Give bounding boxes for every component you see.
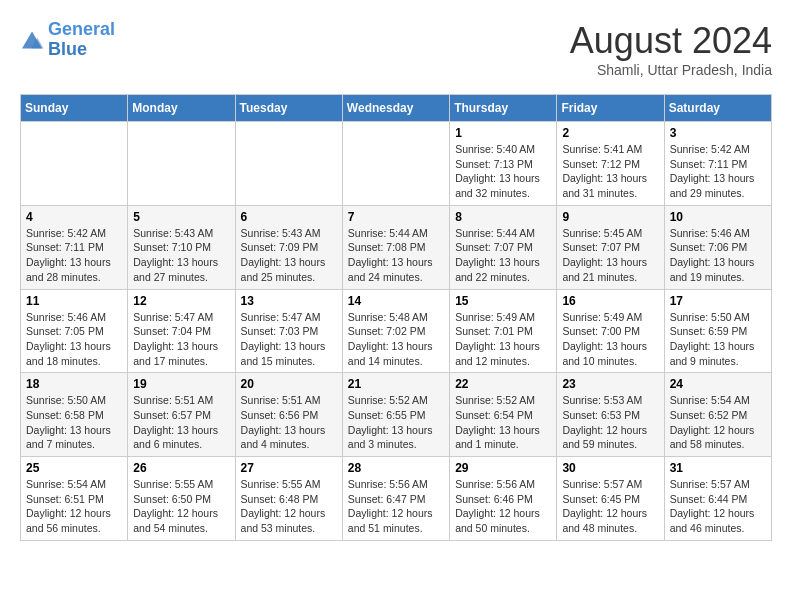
day-number: 4 — [26, 210, 122, 224]
weekday-header-row: SundayMondayTuesdayWednesdayThursdayFrid… — [21, 95, 772, 122]
calendar-cell: 28Sunrise: 5:56 AM Sunset: 6:47 PM Dayli… — [342, 457, 449, 541]
day-number: 7 — [348, 210, 444, 224]
day-info: Sunrise: 5:51 AM Sunset: 6:57 PM Dayligh… — [133, 393, 229, 452]
day-info: Sunrise: 5:56 AM Sunset: 6:47 PM Dayligh… — [348, 477, 444, 536]
day-number: 3 — [670, 126, 766, 140]
calendar-cell: 5Sunrise: 5:43 AM Sunset: 7:10 PM Daylig… — [128, 205, 235, 289]
calendar-cell: 29Sunrise: 5:56 AM Sunset: 6:46 PM Dayli… — [450, 457, 557, 541]
day-number: 27 — [241, 461, 337, 475]
day-number: 2 — [562, 126, 658, 140]
weekday-header-wednesday: Wednesday — [342, 95, 449, 122]
day-info: Sunrise: 5:53 AM Sunset: 6:53 PM Dayligh… — [562, 393, 658, 452]
calendar-body: 1Sunrise: 5:40 AM Sunset: 7:13 PM Daylig… — [21, 122, 772, 541]
calendar-cell: 7Sunrise: 5:44 AM Sunset: 7:08 PM Daylig… — [342, 205, 449, 289]
day-number: 19 — [133, 377, 229, 391]
day-number: 20 — [241, 377, 337, 391]
page-header: General Blue August 2024 Shamli, Uttar P… — [20, 20, 772, 78]
day-info: Sunrise: 5:42 AM Sunset: 7:11 PM Dayligh… — [670, 142, 766, 201]
calendar-cell: 20Sunrise: 5:51 AM Sunset: 6:56 PM Dayli… — [235, 373, 342, 457]
logo-line2: Blue — [48, 39, 87, 59]
day-info: Sunrise: 5:52 AM Sunset: 6:54 PM Dayligh… — [455, 393, 551, 452]
calendar-cell: 25Sunrise: 5:54 AM Sunset: 6:51 PM Dayli… — [21, 457, 128, 541]
day-info: Sunrise: 5:47 AM Sunset: 7:03 PM Dayligh… — [241, 310, 337, 369]
day-info: Sunrise: 5:56 AM Sunset: 6:46 PM Dayligh… — [455, 477, 551, 536]
day-info: Sunrise: 5:52 AM Sunset: 6:55 PM Dayligh… — [348, 393, 444, 452]
day-number: 15 — [455, 294, 551, 308]
day-info: Sunrise: 5:44 AM Sunset: 7:07 PM Dayligh… — [455, 226, 551, 285]
day-info: Sunrise: 5:49 AM Sunset: 7:00 PM Dayligh… — [562, 310, 658, 369]
day-number: 29 — [455, 461, 551, 475]
day-info: Sunrise: 5:46 AM Sunset: 7:06 PM Dayligh… — [670, 226, 766, 285]
calendar-cell: 10Sunrise: 5:46 AM Sunset: 7:06 PM Dayli… — [664, 205, 771, 289]
day-number: 28 — [348, 461, 444, 475]
day-number: 22 — [455, 377, 551, 391]
day-number: 26 — [133, 461, 229, 475]
day-number: 17 — [670, 294, 766, 308]
calendar-cell: 22Sunrise: 5:52 AM Sunset: 6:54 PM Dayli… — [450, 373, 557, 457]
day-info: Sunrise: 5:42 AM Sunset: 7:11 PM Dayligh… — [26, 226, 122, 285]
calendar-cell: 21Sunrise: 5:52 AM Sunset: 6:55 PM Dayli… — [342, 373, 449, 457]
day-number: 12 — [133, 294, 229, 308]
day-info: Sunrise: 5:41 AM Sunset: 7:12 PM Dayligh… — [562, 142, 658, 201]
calendar-cell — [342, 122, 449, 206]
day-info: Sunrise: 5:57 AM Sunset: 6:45 PM Dayligh… — [562, 477, 658, 536]
weekday-header-sunday: Sunday — [21, 95, 128, 122]
logo-text: General Blue — [48, 20, 115, 60]
day-number: 8 — [455, 210, 551, 224]
day-info: Sunrise: 5:54 AM Sunset: 6:52 PM Dayligh… — [670, 393, 766, 452]
day-info: Sunrise: 5:43 AM Sunset: 7:09 PM Dayligh… — [241, 226, 337, 285]
day-info: Sunrise: 5:57 AM Sunset: 6:44 PM Dayligh… — [670, 477, 766, 536]
calendar-cell: 14Sunrise: 5:48 AM Sunset: 7:02 PM Dayli… — [342, 289, 449, 373]
day-info: Sunrise: 5:50 AM Sunset: 6:58 PM Dayligh… — [26, 393, 122, 452]
day-info: Sunrise: 5:40 AM Sunset: 7:13 PM Dayligh… — [455, 142, 551, 201]
calendar-cell: 24Sunrise: 5:54 AM Sunset: 6:52 PM Dayli… — [664, 373, 771, 457]
week-row-1: 1Sunrise: 5:40 AM Sunset: 7:13 PM Daylig… — [21, 122, 772, 206]
calendar-cell: 8Sunrise: 5:44 AM Sunset: 7:07 PM Daylig… — [450, 205, 557, 289]
calendar-cell: 1Sunrise: 5:40 AM Sunset: 7:13 PM Daylig… — [450, 122, 557, 206]
weekday-header-saturday: Saturday — [664, 95, 771, 122]
weekday-header-thursday: Thursday — [450, 95, 557, 122]
calendar-cell: 30Sunrise: 5:57 AM Sunset: 6:45 PM Dayli… — [557, 457, 664, 541]
day-info: Sunrise: 5:43 AM Sunset: 7:10 PM Dayligh… — [133, 226, 229, 285]
calendar-cell: 11Sunrise: 5:46 AM Sunset: 7:05 PM Dayli… — [21, 289, 128, 373]
month-title: August 2024 — [570, 20, 772, 62]
day-number: 30 — [562, 461, 658, 475]
day-info: Sunrise: 5:45 AM Sunset: 7:07 PM Dayligh… — [562, 226, 658, 285]
day-number: 9 — [562, 210, 658, 224]
day-info: Sunrise: 5:55 AM Sunset: 6:50 PM Dayligh… — [133, 477, 229, 536]
logo: General Blue — [20, 20, 115, 60]
day-info: Sunrise: 5:50 AM Sunset: 6:59 PM Dayligh… — [670, 310, 766, 369]
day-number: 18 — [26, 377, 122, 391]
day-info: Sunrise: 5:48 AM Sunset: 7:02 PM Dayligh… — [348, 310, 444, 369]
day-number: 23 — [562, 377, 658, 391]
calendar-cell: 18Sunrise: 5:50 AM Sunset: 6:58 PM Dayli… — [21, 373, 128, 457]
calendar-cell: 3Sunrise: 5:42 AM Sunset: 7:11 PM Daylig… — [664, 122, 771, 206]
day-info: Sunrise: 5:55 AM Sunset: 6:48 PM Dayligh… — [241, 477, 337, 536]
day-info: Sunrise: 5:44 AM Sunset: 7:08 PM Dayligh… — [348, 226, 444, 285]
weekday-header-monday: Monday — [128, 95, 235, 122]
calendar-cell: 9Sunrise: 5:45 AM Sunset: 7:07 PM Daylig… — [557, 205, 664, 289]
calendar-cell: 17Sunrise: 5:50 AM Sunset: 6:59 PM Dayli… — [664, 289, 771, 373]
day-number: 6 — [241, 210, 337, 224]
calendar-cell: 15Sunrise: 5:49 AM Sunset: 7:01 PM Dayli… — [450, 289, 557, 373]
day-number: 21 — [348, 377, 444, 391]
calendar-cell: 13Sunrise: 5:47 AM Sunset: 7:03 PM Dayli… — [235, 289, 342, 373]
day-info: Sunrise: 5:54 AM Sunset: 6:51 PM Dayligh… — [26, 477, 122, 536]
day-info: Sunrise: 5:47 AM Sunset: 7:04 PM Dayligh… — [133, 310, 229, 369]
calendar-cell: 26Sunrise: 5:55 AM Sunset: 6:50 PM Dayli… — [128, 457, 235, 541]
calendar-cell: 27Sunrise: 5:55 AM Sunset: 6:48 PM Dayli… — [235, 457, 342, 541]
calendar-cell: 2Sunrise: 5:41 AM Sunset: 7:12 PM Daylig… — [557, 122, 664, 206]
calendar-cell — [21, 122, 128, 206]
calendar-cell: 31Sunrise: 5:57 AM Sunset: 6:44 PM Dayli… — [664, 457, 771, 541]
day-number: 25 — [26, 461, 122, 475]
logo-icon — [20, 30, 44, 50]
weekday-header-friday: Friday — [557, 95, 664, 122]
day-number: 11 — [26, 294, 122, 308]
calendar-table: SundayMondayTuesdayWednesdayThursdayFrid… — [20, 94, 772, 541]
day-number: 14 — [348, 294, 444, 308]
day-number: 10 — [670, 210, 766, 224]
day-number: 5 — [133, 210, 229, 224]
week-row-3: 11Sunrise: 5:46 AM Sunset: 7:05 PM Dayli… — [21, 289, 772, 373]
location: Shamli, Uttar Pradesh, India — [570, 62, 772, 78]
title-block: August 2024 Shamli, Uttar Pradesh, India — [570, 20, 772, 78]
